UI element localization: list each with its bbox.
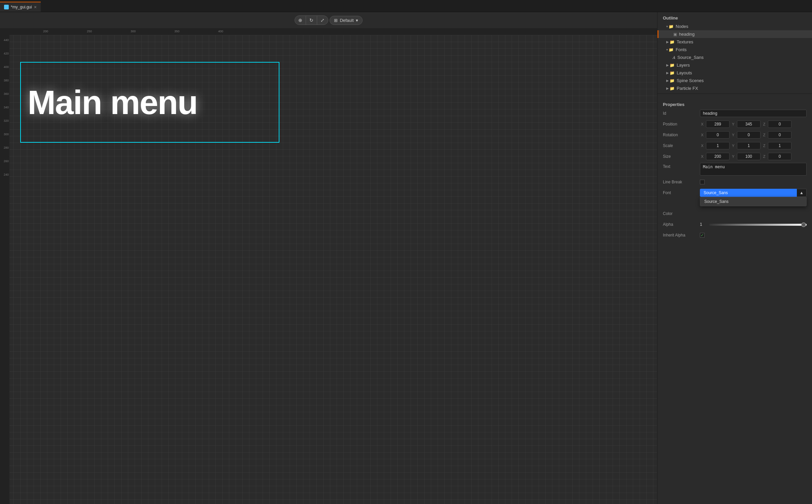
canvas-area: ⊕ ↻ ⤢ ⊞ Default ▾ 440 420 400 380 360 34… — [0, 12, 657, 504]
rot-z-label: Z — [762, 133, 767, 137]
scale-x-input[interactable] — [706, 142, 730, 149]
scale-x-label: X — [700, 144, 705, 148]
ruler-top: 200 250 300 350 400 — [9, 28, 657, 35]
ruler-mark-320: 320 — [4, 119, 9, 122]
linebreak-checkbox[interactable] — [700, 180, 705, 184]
ruler-mark-h-250: 250 — [87, 30, 92, 33]
nodes-expand-arrow: ▾ — [666, 25, 668, 28]
alpha-value: 1 — [700, 222, 707, 227]
position-z-input[interactable] — [768, 120, 791, 128]
position-y-input[interactable] — [737, 120, 760, 128]
tree-item-heading[interactable]: ▣ heading — [657, 30, 812, 38]
inherit-alpha-label: Inherit Alpha — [663, 233, 700, 238]
outline-tree: ▾ 📁 Nodes ▣ heading ▶ 📁 Textures ▾ — [657, 23, 812, 92]
chevron-down-icon: ▾ — [356, 18, 358, 23]
font-option-source-sans[interactable]: Source_Sans — [700, 197, 806, 206]
ruler-mark-440: 440 — [4, 38, 9, 42]
prop-row-rotation: Rotation X Y Z — [663, 131, 807, 139]
ruler-mark-240: 240 — [4, 173, 9, 176]
id-input[interactable] — [700, 110, 807, 117]
ruler-mark-h-350: 350 — [174, 30, 179, 33]
ruler-mark-h-400: 400 — [218, 30, 223, 33]
pos-y-label: Y — [731, 122, 736, 126]
node-icon: ▣ — [673, 32, 677, 37]
particle-fx-arrow: ▶ — [666, 86, 669, 90]
tree-item-layouts[interactable]: ▶ 📁 Layouts — [657, 69, 812, 77]
tree-item-fonts[interactable]: ▾ 📁 Fonts — [657, 46, 812, 53]
alpha-slider[interactable] — [709, 224, 807, 226]
rotation-z-input[interactable] — [768, 131, 791, 139]
position-x-input[interactable] — [706, 120, 730, 128]
ruler-mark-260: 260 — [4, 159, 9, 163]
text-value-container: Main menu — [700, 163, 807, 176]
text-label: Text — [663, 163, 700, 169]
toolbar: ⊕ ↻ ⤢ ⊞ Default ▾ — [0, 12, 657, 28]
tree-item-spine-scenes[interactable]: ▶ 📁 Spine Scenes — [657, 77, 812, 84]
font-dropdown-arrow-button[interactable]: ▲ — [797, 189, 807, 197]
text-input[interactable]: Main menu — [700, 163, 807, 176]
font-dropdown-menu: Source_Sans — [700, 197, 807, 206]
id-value-container — [700, 110, 807, 117]
heading-label: heading — [679, 32, 695, 37]
tree-item-nodes[interactable]: ▾ 📁 Nodes — [657, 23, 812, 30]
id-label: Id — [663, 111, 700, 116]
layers-label: Layers — [677, 63, 690, 68]
rotate-tool-button[interactable]: ↻ — [306, 16, 317, 25]
font-file-icon: 𝐀 — [672, 55, 675, 60]
file-tab[interactable]: *my_gui.gui × — [0, 2, 41, 12]
scale-tool-button[interactable]: ⤢ — [317, 16, 328, 25]
source-sans-label: Source_Sans — [677, 55, 704, 60]
size-y-input[interactable] — [737, 153, 760, 160]
transform-tools: ⊕ ↻ ⤢ — [295, 15, 328, 25]
inherit-alpha-checkbox[interactable]: ✓ — [700, 233, 705, 238]
font-dropdown-button[interactable]: Source_Sans — [700, 189, 797, 197]
tree-item-particle-fx[interactable]: ▶ 📁 Particle FX — [657, 84, 812, 92]
scale-z-label: Z — [762, 144, 767, 148]
font-label: Font — [663, 190, 700, 195]
layouts-label: Layouts — [677, 70, 692, 75]
tree-item-source-sans[interactable]: 𝐀 Source_Sans — [657, 53, 812, 61]
textures-arrow: ▶ — [666, 40, 669, 44]
alpha-slider-thumb — [801, 222, 806, 227]
particle-fx-label: Particle FX — [677, 86, 698, 91]
size-z-label: Z — [762, 154, 767, 158]
rotation-y-input[interactable] — [737, 131, 760, 139]
position-label: Position — [663, 122, 700, 127]
layouts-folder-icon: 📁 — [670, 71, 675, 75]
move-tool-button[interactable]: ⊕ — [295, 16, 306, 25]
layouts-arrow: ▶ — [666, 71, 669, 75]
view-mode-dropdown[interactable]: ⊞ Default ▾ — [330, 16, 362, 25]
folder-icon: 📁 — [669, 24, 674, 29]
size-y-label: Y — [731, 154, 736, 158]
outline-divider — [657, 94, 812, 94]
ruler-mark-360: 360 — [4, 92, 9, 96]
alpha-label: Alpha — [663, 222, 700, 227]
scale-inputs: X Y Z — [700, 142, 807, 149]
properties-section: Properties Id Position X Y Z — [657, 95, 812, 245]
prop-row-font: Font Source_Sans ▲ Source_Sans — [663, 188, 807, 197]
main-layout: ⊕ ↻ ⤢ ⊞ Default ▾ 440 420 400 380 360 34… — [0, 12, 812, 504]
ruler-mark-h-300: 300 — [131, 30, 136, 33]
prop-row-position: Position X Y Z — [663, 120, 807, 129]
tree-item-textures[interactable]: ▶ 📁 Textures — [657, 38, 812, 46]
fonts-label: Fonts — [676, 47, 687, 52]
ruler-mark-340: 340 — [4, 106, 9, 109]
scale-y-input[interactable] — [737, 142, 760, 149]
rotation-label: Rotation — [663, 133, 700, 137]
particle-fx-folder-icon: 📁 — [670, 86, 675, 91]
size-inputs: X Y Z — [700, 153, 807, 160]
rotation-x-input[interactable] — [706, 131, 730, 139]
scale-z-input[interactable] — [768, 142, 791, 149]
view-mode-label: Default — [340, 18, 353, 23]
tab-close-button[interactable]: × — [34, 5, 37, 9]
outline-title: Outline — [657, 12, 812, 23]
prop-row-text: Text Main menu — [663, 163, 807, 176]
tree-item-layers[interactable]: ▶ 📁 Layers — [657, 61, 812, 69]
size-x-input[interactable] — [706, 153, 730, 160]
ruler-mark-420: 420 — [4, 52, 9, 55]
position-inputs: X Y Z — [700, 120, 807, 128]
ruler-mark-380: 380 — [4, 79, 9, 82]
linebreak-value — [700, 180, 807, 184]
size-z-input[interactable] — [768, 153, 791, 160]
canvas-viewport[interactable]: 440 420 400 380 360 340 320 300 280 260 … — [0, 28, 657, 504]
